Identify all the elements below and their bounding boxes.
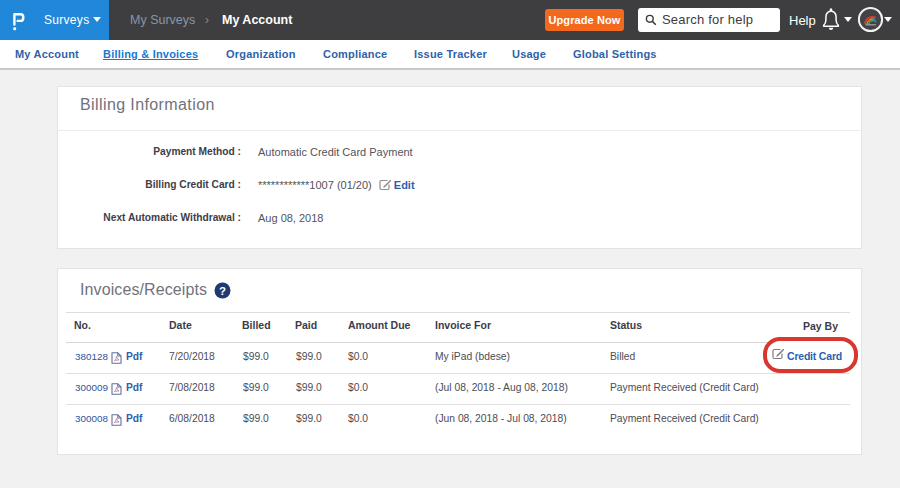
svg-text:?: ? — [219, 285, 226, 297]
